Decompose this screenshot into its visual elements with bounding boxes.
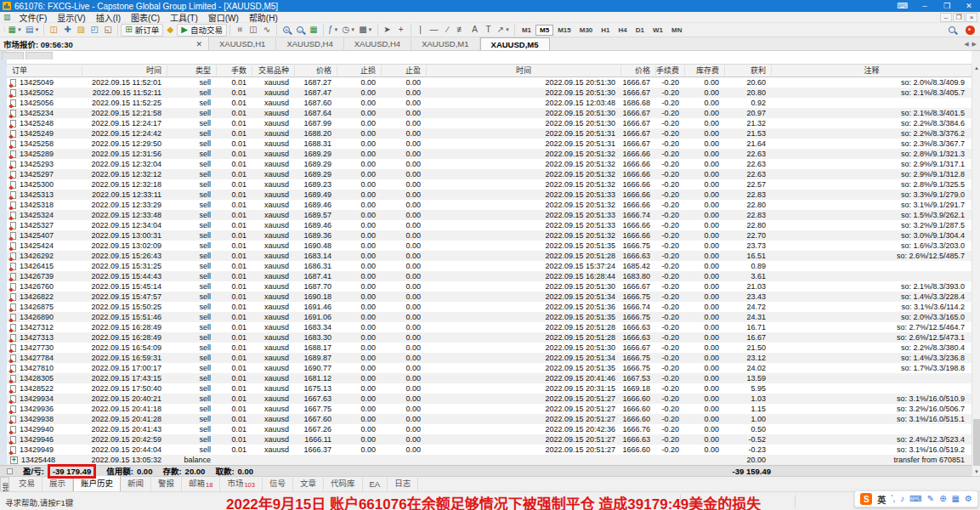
data-window-button[interactable]: ✚ <box>60 24 74 37</box>
terminal-tab-邮箱[interactable]: 邮箱18 <box>182 475 220 491</box>
table-row[interactable]: 134267602022.09.15 15:45:14sell0.01xauus… <box>7 281 972 292</box>
menu-item[interactable]: 图表(C) <box>126 11 165 24</box>
table-row[interactable]: 134268752022.09.15 15:50:25sell0.01xauus… <box>7 302 972 312</box>
strategy-tester-button[interactable]: ◱ <box>101 24 115 37</box>
table-row[interactable]: 134252582022.09.15 12:29:50sell0.01xauus… <box>7 139 972 149</box>
settings-icon[interactable]: ⚙ <box>965 495 972 503</box>
microphone-icon[interactable]: ♪ <box>900 495 904 503</box>
column-header-5[interactable]: 价格 <box>294 65 337 76</box>
menu-item[interactable]: 插入(I) <box>91 11 126 24</box>
table-row[interactable]: 134277842022.09.15 16:59:31sell0.01xauus… <box>7 353 972 363</box>
menu-item[interactable]: 窗口(W) <box>203 11 244 24</box>
chart-tab-xauusd-m1[interactable]: XAUUSD,M1 <box>411 37 479 50</box>
table-row[interactable]: 134273122022.09.15 16:28:49sell0.01xauus… <box>7 322 972 332</box>
balance-row[interactable]: +134254482022.09.15 13:05:32balance20.00… <box>7 455 972 465</box>
table-row[interactable]: 134267392022.09.15 15:44:43sell0.01xauus… <box>7 271 972 281</box>
column-header-3[interactable]: 手数 <box>216 65 252 76</box>
minimize-button[interactable]: – <box>914 0 936 12</box>
candlestick-chart-button[interactable]: ◫ <box>246 24 260 37</box>
timeframe-button-m15[interactable]: M15 <box>553 25 575 36</box>
arrows-button[interactable]: ↗▼ <box>496 24 512 37</box>
notification-icon[interactable] <box>966 26 975 35</box>
vertical-scrollbar[interactable]: ▲ ▼ <box>972 64 980 476</box>
timeframe-button-m30[interactable]: M30 <box>575 25 598 36</box>
text-button[interactable]: A <box>468 24 482 37</box>
search-icon[interactable] <box>945 24 959 37</box>
vertical-line-button[interactable]: | <box>414 24 428 37</box>
timeframe-button-m1[interactable]: M1 <box>518 25 535 36</box>
table-row[interactable]: 134299342022.09.15 20:40:21sell0.01xauus… <box>7 394 972 404</box>
tile-windows-button[interactable]: ▦ <box>307 24 320 37</box>
market-watch-tab-stub[interactable] <box>2 52 24 60</box>
terminal-button[interactable]: ◰ <box>88 24 101 37</box>
ime-language-toggle[interactable]: 英 <box>877 493 886 506</box>
templates-button[interactable]: ▩▼ <box>357 24 374 37</box>
column-header-11[interactable]: 库存费 <box>684 65 724 76</box>
table-row[interactable]: 134252492022.09.15 12:24:42sell0.01xauus… <box>7 128 972 139</box>
new-order-button[interactable]: ⊞新订单 <box>121 24 163 37</box>
tab-scroll-left-icon[interactable]: ◀ <box>964 41 968 48</box>
table-row[interactable]: 134285222022.09.15 17:50:40sell0.01xauus… <box>7 383 972 394</box>
terminal-tab-ea[interactable]: EA <box>363 478 388 491</box>
chart-window-icon[interactable]: ▥ <box>0 13 14 21</box>
timeframe-button-m5[interactable]: M5 <box>535 25 553 36</box>
handwriting-icon[interactable]: ✎ <box>927 495 934 503</box>
column-header-6[interactable]: 止损 <box>337 65 381 76</box>
chart-tab-xauusd-h4[interactable]: XAUUSD,H4 <box>344 37 411 50</box>
column-header-10[interactable]: 手续费 <box>655 65 684 76</box>
table-row[interactable]: 134299492022.09.15 20:44:04sell0.01xauus… <box>7 445 972 455</box>
scrollbar-thumb[interactable] <box>973 419 980 466</box>
table-row[interactable]: 134268222022.09.15 15:47:57sell0.01xauus… <box>7 292 972 302</box>
bar-chart-button[interactable]: ≡ <box>233 24 246 37</box>
ime-toolbar[interactable]: S 英 ’,♪⌨✎⊕▦⚙ <box>854 490 978 507</box>
menu-item[interactable]: 显示(V) <box>52 11 90 24</box>
table-row[interactable]: 134277302022.09.15 16:54:09sell0.01xauus… <box>7 343 972 353</box>
periods-button[interactable]: ◷▼ <box>340 24 357 37</box>
column-header-0[interactable]: 订单 <box>7 65 82 76</box>
market-watch-button[interactable]: ◫ <box>47 24 60 37</box>
mdi-minimize-button[interactable]: – <box>940 13 952 22</box>
tab-scroll-right-icon[interactable]: ▶ <box>972 41 977 48</box>
timeframe-button-h1[interactable]: H1 <box>597 25 614 36</box>
cursor-button[interactable]: ➤ <box>381 24 394 37</box>
maximize-button[interactable]: ❒ <box>936 0 958 12</box>
table-row[interactable]: 134253002022.09.15 12:32:18sell0.01xauus… <box>7 179 972 190</box>
terminal-tab-新闻[interactable]: 新闻 <box>121 475 151 491</box>
mdi-close-button[interactable]: × <box>966 13 977 22</box>
scroll-up-icon[interactable]: ▲ <box>972 64 980 72</box>
menu-item[interactable]: 工具(T) <box>165 11 203 24</box>
keyboard-icon[interactable]: ⌨ <box>909 495 921 503</box>
table-row[interactable]: 134252482022.09.15 12:24:17sell0.01xauus… <box>7 118 972 128</box>
text-label-button[interactable]: T <box>482 24 496 37</box>
translate-icon[interactable]: ⊕ <box>939 495 946 503</box>
terminal-tab-代码库[interactable]: 代码库 <box>324 475 363 491</box>
collapse-toggle[interactable] <box>7 468 13 474</box>
chart-tab-xauusd-m5[interactable]: XAUUSD,M5 <box>480 37 550 50</box>
scroll-down-icon[interactable]: ▼ <box>972 468 980 476</box>
punctuation-icon[interactable]: ’, <box>891 495 895 503</box>
terminal-tab-信号[interactable]: 信号 <box>263 475 293 491</box>
terminal-tab-文章[interactable]: 文章 <box>293 475 324 491</box>
table-row[interactable]: 134299402022.09.15 20:41:43sell0.01xauus… <box>7 424 972 434</box>
sogou-logo-icon[interactable]: S <box>860 493 872 505</box>
fibonacci-button[interactable]: ≢ <box>455 24 468 37</box>
toolbar-grip[interactable]: ⁞ <box>2 26 7 34</box>
timeframe-button-h4[interactable]: H4 <box>615 25 632 36</box>
column-header-2[interactable]: 类型 <box>167 65 216 76</box>
table-row[interactable]: 134254242022.09.15 13:02:09sell0.01xauus… <box>7 241 972 251</box>
column-header-1[interactable]: 时间 <box>82 65 167 76</box>
table-row[interactable]: 134299462022.09.15 20:42:59sell0.01xauus… <box>7 434 972 445</box>
table-row[interactable]: 134252972022.09.15 12:32:12sell0.01xauus… <box>7 169 972 179</box>
zoom-out-button[interactable]: – <box>293 24 307 37</box>
zoom-in-button[interactable]: + <box>280 24 293 37</box>
profiles-button[interactable]: ▤▼ <box>24 24 41 37</box>
navigator-button[interactable]: ▨ <box>74 24 88 37</box>
timeframe-button-d1[interactable]: D1 <box>632 25 649 36</box>
table-row[interactable]: 134278102022.09.15 17:00:17sell0.01xauus… <box>7 363 972 373</box>
table-row[interactable]: 134262922022.09.15 15:26:43sell0.01xauus… <box>7 251 972 261</box>
column-header-7[interactable]: 止盈 <box>381 65 426 76</box>
chart-tab-xauusd-h1[interactable]: XAUUSD,H1 <box>209 37 276 50</box>
new-chart-button[interactable]: ▦▼ <box>7 24 24 37</box>
table-row[interactable]: 134250522022.09.15 11:52:11sell0.01xauus… <box>7 88 972 98</box>
column-header-12[interactable]: 获利 <box>724 65 771 76</box>
